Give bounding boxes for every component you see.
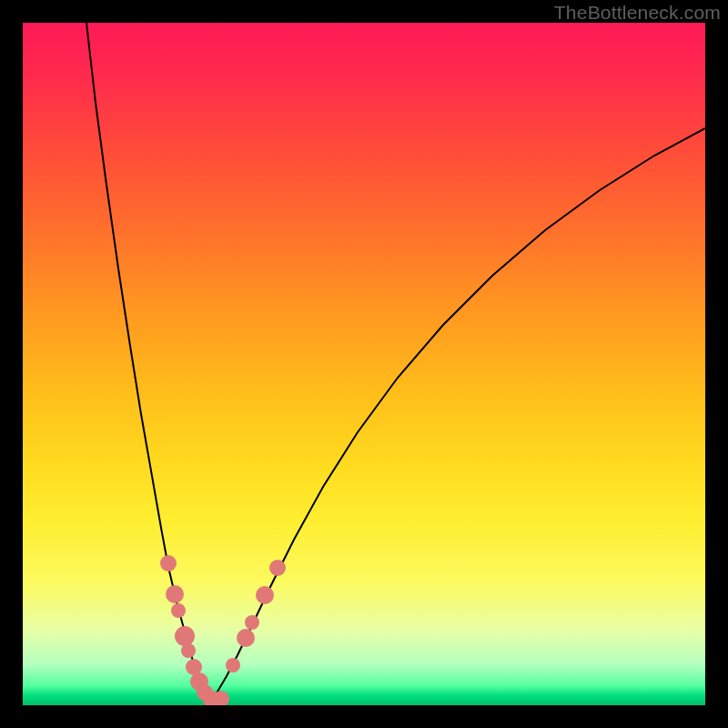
bead	[226, 658, 240, 672]
bead	[269, 560, 286, 576]
bead	[160, 555, 177, 571]
bead	[171, 603, 186, 618]
outer-frame: TheBottleneck.com	[0, 0, 728, 728]
bead	[237, 629, 255, 647]
bead	[256, 586, 274, 604]
left-curve	[86, 23, 211, 701]
bead	[181, 643, 196, 658]
bead	[175, 626, 195, 646]
right-curve	[211, 128, 705, 701]
plot-area	[23, 23, 705, 705]
curve-layer	[23, 23, 705, 705]
watermark-text: TheBottleneck.com	[554, 2, 721, 24]
bead	[245, 615, 259, 630]
bead	[166, 585, 184, 603]
